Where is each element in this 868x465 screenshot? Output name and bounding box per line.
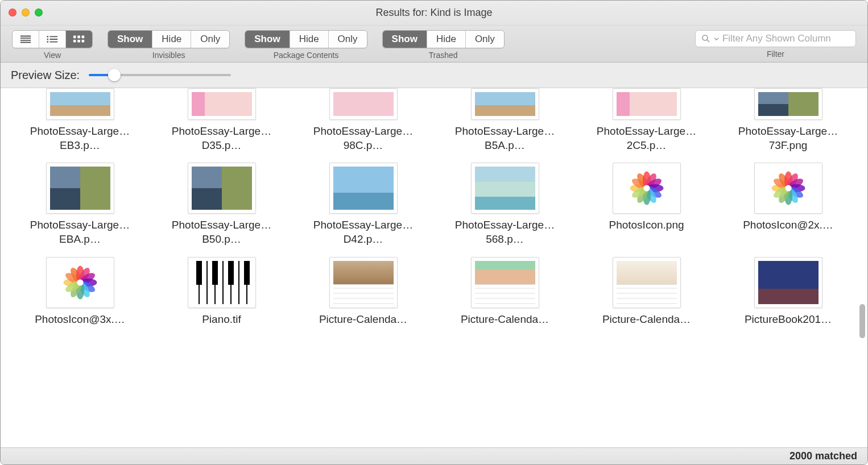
- list-lines-icon: [19, 35, 32, 44]
- file-item[interactable]: PhotoEssay-Large…2C5.p…: [578, 88, 714, 152]
- file-thumbnail: [46, 257, 114, 308]
- file-thumbnail: [471, 257, 539, 308]
- invisibles-caption: Invisibles: [152, 51, 185, 60]
- file-name: Picture-Calenda…: [602, 313, 691, 327]
- minimize-button[interactable]: [22, 9, 30, 16]
- file-item[interactable]: PhotoEssay-Large…EB3.p…: [12, 88, 148, 152]
- svg-point-22: [643, 185, 650, 192]
- file-item[interactable]: PictureBook201…: [720, 257, 856, 327]
- svg-rect-5: [82, 36, 85, 39]
- file-name: PhotoEssay-Large…EBA.p…: [26, 218, 134, 246]
- file-item[interactable]: Picture-Calenda…: [578, 257, 714, 327]
- packages-hide-button[interactable]: Hide: [290, 31, 328, 48]
- toolbar: View Show Hide Only Invisibles Show Hide…: [1, 26, 867, 63]
- svg-point-35: [785, 185, 791, 192]
- traffic-lights: [9, 9, 43, 16]
- svg-rect-8: [82, 40, 85, 43]
- file-item[interactable]: PhotoEssay-Large…73F.png: [720, 88, 856, 152]
- file-item[interactable]: PhotosIcon.png: [578, 163, 714, 246]
- search-icon: [701, 34, 710, 43]
- file-thumbnail: [471, 88, 539, 120]
- close-button[interactable]: [9, 9, 16, 16]
- outline-icon: [46, 35, 59, 44]
- file-thumbnail: [188, 163, 256, 214]
- file-item[interactable]: Piano.tif: [154, 257, 290, 327]
- filter-field[interactable]: [695, 30, 856, 47]
- packages-show-button[interactable]: Show: [245, 31, 289, 48]
- file-name: PhotoEssay-Large…73F.png: [734, 124, 842, 152]
- file-name: PhotosIcon@2x.…: [743, 218, 833, 232]
- window: Results for: Kind is Image View Show Hid…: [0, 0, 868, 465]
- results-grid: PhotoEssay-Large…EB3.p… PhotoEssay-Large…: [1, 88, 867, 338]
- file-thumbnail: [754, 163, 822, 214]
- file-name: PhotoEssay-Large…D35.p…: [168, 124, 276, 152]
- slider-thumb[interactable]: [108, 69, 121, 81]
- file-thumbnail: [329, 257, 398, 308]
- packages-segmented: Show Hide Only: [245, 30, 367, 48]
- file-item[interactable]: PhotoEssay-Large…EBA.p…: [12, 163, 148, 246]
- titlebar: Results for: Kind is Image: [1, 1, 867, 26]
- results-area: PhotoEssay-Large…EB3.p… PhotoEssay-Large…: [1, 88, 867, 447]
- view-list-button[interactable]: [13, 31, 39, 48]
- svg-rect-7: [77, 40, 80, 43]
- trashed-segmented: Show Hide Only: [382, 30, 505, 48]
- view-caption: View: [44, 51, 61, 60]
- filter-input[interactable]: [722, 33, 850, 44]
- invisibles-show-button[interactable]: Show: [108, 31, 152, 48]
- file-name: PhotoEssay-Large…EB3.p…: [26, 124, 134, 152]
- file-item[interactable]: PhotosIcon@3x.…: [12, 257, 148, 327]
- file-thumbnail: [471, 163, 539, 214]
- preview-size-slider[interactable]: [89, 69, 231, 81]
- view-group: View: [12, 30, 93, 60]
- trashed-show-button[interactable]: Show: [383, 31, 427, 48]
- file-thumbnail: [613, 88, 681, 120]
- file-item[interactable]: PhotoEssay-Large…568.p…: [437, 163, 573, 246]
- file-item[interactable]: Picture-Calenda…: [437, 257, 573, 327]
- trashed-hide-button[interactable]: Hide: [427, 31, 465, 48]
- file-item[interactable]: PhotoEssay-Large…D42.p…: [295, 163, 431, 246]
- chevron-down-icon: [714, 36, 719, 41]
- invisibles-only-button[interactable]: Only: [191, 31, 229, 48]
- svg-point-0: [47, 36, 48, 38]
- filter-group: Filter: [695, 30, 856, 59]
- zoom-button[interactable]: [35, 9, 43, 16]
- file-item[interactable]: PhotoEssay-Large…D35.p…: [154, 88, 290, 152]
- view-outline-button[interactable]: [39, 31, 65, 48]
- file-thumbnail: [754, 257, 822, 308]
- svg-point-48: [77, 279, 83, 285]
- file-item[interactable]: PhotoEssay-Large…B50.p…: [154, 163, 290, 246]
- file-name: Picture-Calenda…: [461, 313, 549, 327]
- file-thumbnail: [188, 257, 256, 308]
- view-icon-button[interactable]: [65, 31, 92, 48]
- svg-point-2: [47, 41, 48, 43]
- invisibles-hide-button[interactable]: Hide: [152, 31, 191, 48]
- file-name: PhotosIcon@3x.…: [35, 313, 125, 327]
- scrollbar-thumb[interactable]: [859, 304, 865, 338]
- file-name: Piano.tif: [202, 313, 241, 327]
- file-name: PhotoEssay-Large…98C.p…: [309, 124, 418, 152]
- file-item[interactable]: Picture-Calenda…: [295, 257, 431, 327]
- svg-rect-4: [77, 36, 80, 39]
- file-thumbnail: [329, 163, 398, 214]
- invisibles-segmented: Show Hide Only: [108, 30, 230, 48]
- file-name: PictureBook201…: [745, 313, 832, 327]
- packages-only-button[interactable]: Only: [328, 31, 367, 48]
- packages-group: Show Hide Only Package Contents: [245, 30, 367, 60]
- trashed-caption: Trashed: [429, 51, 458, 60]
- file-name: PhotoEssay-Large…B5A.p…: [451, 124, 559, 152]
- trashed-only-button[interactable]: Only: [465, 31, 504, 48]
- file-name: PhotosIcon.png: [609, 218, 684, 232]
- view-segmented: [12, 30, 93, 48]
- matched-count: 2000 matched: [790, 450, 857, 462]
- file-name: PhotoEssay-Large…B50.p…: [168, 218, 276, 246]
- file-name: Picture-Calenda…: [319, 313, 407, 327]
- file-thumbnail: [46, 163, 114, 214]
- trashed-group: Show Hide Only Trashed: [382, 30, 505, 60]
- file-item[interactable]: PhotoEssay-Large…98C.p…: [295, 88, 431, 152]
- file-thumbnail: [754, 88, 822, 120]
- file-thumbnail: [329, 88, 398, 120]
- preview-size-label: Preview Size:: [11, 69, 80, 82]
- file-item[interactable]: PhotoEssay-Large…B5A.p…: [437, 88, 573, 152]
- file-name: PhotoEssay-Large…568.p…: [451, 218, 559, 246]
- file-item[interactable]: PhotosIcon@2x.…: [720, 163, 856, 246]
